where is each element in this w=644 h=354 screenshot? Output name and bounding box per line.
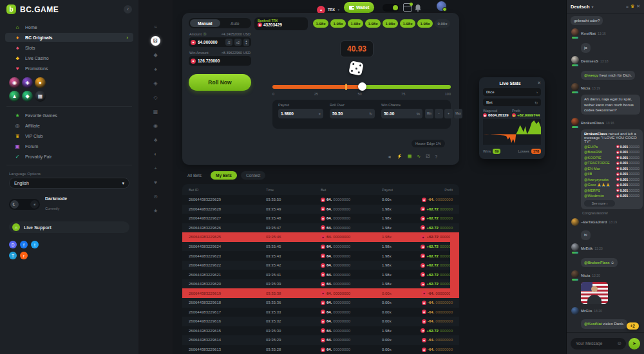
table-row[interactable]: 26064438322961803:35:3664.000000000.00x-… [182,298,459,308]
rail-game-icon-13[interactable]: ★ [151,206,160,216]
win-amount-input[interactable] [198,59,249,63]
close-icon[interactable]: ✕ [537,80,541,86]
seeds-icon[interactable]: ⚂ [426,154,430,159]
avatar[interactable] [571,28,579,36]
tab-manual[interactable]: Manual [190,19,220,27]
table-row[interactable]: 26064438322961603:35:3264.000000000.00x-… [182,317,459,326]
see-more-button[interactable]: See more › [584,200,615,207]
winchance-input[interactable] [384,111,403,116]
sidebar-collapse-button[interactable]: ‹ [124,5,132,14]
rail-game-icon-10[interactable]: + [151,163,160,173]
table-row[interactable]: 26064438322962503:35:4664.000000001.98x+… [182,232,459,242]
game-twist[interactable]: ◈ [22,77,33,88]
game-crash[interactable]: ▲ [9,91,20,102]
mention-link[interactable]: @MERPS [584,189,600,192]
rail-game-icon-6[interactable]: ▦ [151,107,160,116]
help-icon[interactable]: ? [435,154,437,159]
rail-game-icon-5[interactable]: ◇ [151,93,160,102]
trophy-icon[interactable]: ♛ [630,4,634,9]
half-bet-button[interactable]: /2 [225,39,232,46]
send-button[interactable]: ➤ [629,338,640,349]
winchance--button[interactable]: + [444,109,453,118]
wallet-button[interactable]: Wallet [344,2,374,13]
game-limbo[interactable]: ◆ [22,91,33,102]
language-select[interactable]: English ▾ [9,178,129,189]
roll-now-button[interactable]: Roll Now [189,74,251,91]
table-row[interactable]: 26064438322962903:35:5064.000000000.00x-… [182,195,459,205]
darkmode-toggle[interactable]: ☾ ☀ [9,199,40,210]
chat-username[interactable]: KostNat [581,32,596,35]
amount-input[interactable] [198,40,223,44]
rail-game-icon-7[interactable]: ◉ [151,121,160,131]
sidebar-item-forum[interactable]: ▣Forum [5,142,133,151]
sidebar-item-provably-fair[interactable]: ✓Provably Fair [5,152,133,161]
mention-link[interactable]: @BossR96 [584,150,602,154]
avatar[interactable] [571,56,579,64]
live-support-button[interactable]: ∩ Live Support [9,221,129,233]
bankroll-chip[interactable]: Bankroll TRX 43203429 [254,17,308,30]
tab-all-bets[interactable]: All Bets [182,171,207,180]
rail-game-icon-12[interactable]: ⊙ [151,192,160,201]
sidebar-item-live-casino[interactable]: ♣Live Casino [5,53,133,62]
table-row[interactable]: 26064438322962203:35:4264.000000001.98x+… [182,261,459,270]
chat-username[interactable]: BrokenFlass [581,121,604,125]
live-stats-game-select[interactable]: Dice› [483,88,541,96]
sidebar-item-home[interactable]: ⌂Home [5,23,133,32]
gift-icon[interactable] [403,3,412,12]
winchance-min-button[interactable]: Min [425,109,433,118]
avatar[interactable] [571,270,579,278]
rail-game-icon-1[interactable]: ⚄ [151,36,160,46]
close-icon[interactable]: ✕ [636,4,640,9]
chat-username[interactable]: DenisesS [581,59,598,63]
mention-link[interactable]: @EUiPa [584,145,598,149]
chat-room-selector[interactable]: Deutsch [571,4,590,10]
table-row[interactable]: 26064438322961403:35:2964.000000000.00x-… [182,335,459,345]
avatar[interactable] [571,243,579,251]
tab-auto[interactable]: Auto [220,19,251,27]
table-row[interactable]: 26064438322961903:35:3864.000000000.00x-… [182,288,459,298]
mention-link[interactable]: @EN-Max [584,167,600,171]
table-row[interactable]: 26064438322961303:35:2864.000000000.00x-… [182,345,459,354]
table-row[interactable]: 26064438322962603:35:4764.000000001.98x+… [182,223,459,233]
stats-icon[interactable]: ▦ [408,154,412,159]
rail-game-icon-2[interactable]: ◆ [151,50,160,60]
new-messages-badge[interactable]: +2 [627,322,639,330]
flip-icon[interactable]: ↻ [369,111,372,116]
mention-link[interactable]: @BrokenFlass [584,261,609,265]
sidebar-item-vip-club[interactable]: ♛VIP Club [5,131,133,140]
rail-game-icon-9[interactable]: ◐ [151,149,160,159]
rail-game-icon-8[interactable]: ♣ [151,135,160,145]
rail-game-icon-3[interactable]: ♠ [151,64,160,74]
tab-my-bets[interactable]: My Bets [211,171,237,180]
winchance-max-button[interactable]: Max [454,109,462,118]
table-row[interactable]: 26064438322962003:35:3964.000000001.98x+… [182,279,459,289]
facebook-icon[interactable]: f [20,241,28,248]
tab-contest[interactable]: Contest [241,171,265,180]
sidebar-item-slots[interactable]: ♠Slots [5,43,133,52]
table-row[interactable]: 26064438322962703:35:4864.000000001.98x+… [182,214,459,223]
table-row[interactable]: 26064438322962303:35:4364.000000001.98x+… [182,251,459,261]
table-row[interactable]: 26064438322962403:35:4564.000000001.98x+… [182,242,459,252]
chat-username[interactable]: Nicia [581,274,590,277]
chat-rules-icon[interactable]: ≡ [626,5,629,9]
mention-link[interactable]: @IIB [584,172,592,176]
rail-game-icon-11[interactable]: ♥ [151,178,160,187]
sound-icon[interactable]: ◄ [387,154,392,159]
chat-username[interactable]: MrEtik [581,247,592,250]
emoji-icon[interactable]: ☺ [617,340,622,346]
info-icon[interactable]: ? [203,32,207,36]
display-currency-toggle[interactable] [383,4,399,12]
avatar[interactable] [571,118,579,126]
chat-username[interactable]: MrGio [581,309,592,313]
sidebar-item-promotions[interactable]: ♥Promotions [5,64,133,73]
rail-game-icon-4[interactable]: ◈ [151,79,160,88]
chat-username[interactable]: ~BeTaGaJnird [581,220,607,224]
table-row[interactable]: 26064438322961503:35:3064.000000001.98x+… [182,326,459,336]
rail-game-icon-0[interactable]: ≈ [151,22,160,32]
table-row[interactable]: 26064438322961703:35:3364.000000000.00x-… [182,308,459,317]
mention-link[interactable]: @Wiedzmiw [584,194,604,198]
mention-link[interactable]: @KostNat [584,322,601,326]
turbo-icon[interactable]: ⚡ [397,154,402,159]
payout-input[interactable] [281,111,300,116]
chat-message-input[interactable] [574,340,615,346]
